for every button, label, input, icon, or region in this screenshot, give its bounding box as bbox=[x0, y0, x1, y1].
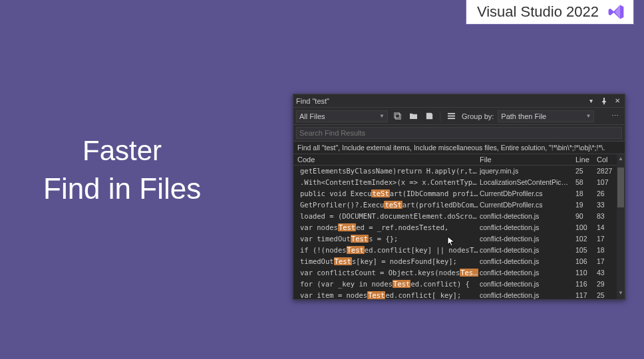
results-area: Code File Line Col getElementsByClassNam… bbox=[293, 154, 625, 299]
result-file: conflict-detection.js bbox=[480, 223, 575, 233]
result-row[interactable]: var nodesTested = _ref.nodesTested,confl… bbox=[293, 222, 625, 233]
result-file: CurrentDbProfiler.cs bbox=[480, 189, 575, 199]
result-line: 110 bbox=[575, 268, 597, 278]
result-line: 105 bbox=[575, 245, 597, 255]
scroll-down-icon[interactable]: ▼ bbox=[617, 290, 625, 298]
result-code: getElementsByClassName)return H.apply(r,… bbox=[297, 166, 480, 176]
result-line: 25 bbox=[575, 166, 597, 176]
files-filter-value: All Files bbox=[299, 112, 325, 120]
result-line: 58 bbox=[575, 178, 597, 187]
result-file: CurrentDbProfiler.cs bbox=[480, 200, 575, 210]
result-file: conflict-detection.js bbox=[480, 257, 575, 267]
result-file: jquery.min.js bbox=[480, 166, 575, 176]
result-row[interactable]: var conflictsCount = Object.keys(nodesTe… bbox=[293, 267, 625, 279]
results-summary: Find all "test", Include external items,… bbox=[293, 142, 625, 154]
scroll-up-icon[interactable]: ▲ bbox=[617, 156, 625, 164]
result-line: 100 bbox=[575, 223, 597, 233]
list-view-icon[interactable] bbox=[444, 110, 458, 122]
files-filter-dropdown[interactable]: All Files ▼ bbox=[296, 110, 388, 122]
results-body: getElementsByClassName)return H.apply(r,… bbox=[293, 166, 625, 299]
result-code: public void ExecuteStart(IDbCommand prof… bbox=[297, 189, 480, 199]
open-folder-icon[interactable] bbox=[406, 110, 420, 122]
result-code: var nodesTested = _ref.nodesTested, bbox=[297, 223, 480, 233]
group-by-label: Group by: bbox=[460, 112, 495, 120]
result-file: LocalizationSetContentPic… bbox=[480, 178, 575, 187]
result-line: 102 bbox=[575, 234, 597, 244]
result-file: conflict-detection.js bbox=[480, 268, 575, 278]
overflow-menu-icon[interactable]: ⋯ bbox=[609, 112, 622, 120]
result-row[interactable]: timedOutTests[key] = nodesFound[key];con… bbox=[293, 256, 625, 267]
result-file: conflict-detection.js bbox=[480, 234, 575, 244]
copy-icon[interactable] bbox=[391, 110, 404, 122]
result-code: var item = nodesTested.conflict[_key]; bbox=[297, 291, 480, 299]
vs-badge: Visual Studio 2022 bbox=[466, 0, 634, 25]
result-line: 90 bbox=[575, 211, 597, 221]
result-code: for (var _key in nodesTested.conflict) { bbox=[297, 279, 480, 289]
col-header-code[interactable]: Code bbox=[297, 156, 480, 164]
result-file: conflict-detection.js bbox=[480, 291, 575, 299]
window-menu-icon[interactable]: ▾ bbox=[586, 96, 595, 106]
slogan: Faster Find in Files bbox=[43, 133, 201, 207]
result-code: loaded = (DOCUMENT.documentElement.doScr… bbox=[297, 211, 480, 221]
result-file: conflict-detection.js bbox=[480, 245, 575, 255]
result-code: var timedOutTests = {}; bbox=[297, 234, 480, 244]
slogan-line-1: Faster bbox=[43, 133, 201, 170]
result-code: timedOutTests[key] = nodesFound[key]; bbox=[297, 257, 480, 267]
search-row bbox=[293, 125, 625, 142]
svg-rect-3 bbox=[448, 116, 455, 117]
result-line: 19 bbox=[575, 200, 597, 210]
result-row[interactable]: if (!(nodesTested.conflict[key] || nodes… bbox=[293, 245, 625, 256]
svg-rect-1 bbox=[395, 114, 400, 119]
scroll-thumb[interactable] bbox=[617, 168, 624, 207]
group-by-value: Path then File bbox=[501, 112, 546, 120]
svg-rect-0 bbox=[394, 113, 399, 118]
toolbar-separator bbox=[440, 111, 440, 122]
result-line: 18 bbox=[575, 189, 597, 199]
col-header-file[interactable]: File bbox=[480, 156, 575, 164]
result-row[interactable]: loaded = (DOCUMENT.documentElement.doScr… bbox=[293, 211, 625, 222]
result-line: 117 bbox=[575, 291, 597, 299]
result-row[interactable]: getElementsByClassName)return H.apply(r,… bbox=[293, 166, 625, 177]
result-line: 116 bbox=[575, 279, 597, 289]
save-icon[interactable] bbox=[422, 110, 436, 122]
chevron-down-icon: ▼ bbox=[379, 113, 385, 119]
result-row[interactable]: .With<ContentItemIndex>(x => x.ContentTy… bbox=[293, 177, 625, 188]
toolbar: All Files ▼ Group by: Path then File ▼ ⋯ bbox=[293, 108, 625, 125]
visual-studio-logo-icon bbox=[607, 3, 625, 21]
svg-rect-2 bbox=[448, 113, 455, 114]
scrollbar[interactable]: ▲ ▼ bbox=[617, 154, 625, 299]
result-row[interactable]: var item = nodesTested.conflict[_key];co… bbox=[293, 290, 625, 299]
result-code: GetProfiler()?.ExecuteStart(profiledDbCo… bbox=[297, 200, 480, 210]
result-code: .With<ContentItemIndex>(x => x.ContentTy… bbox=[297, 178, 480, 187]
panel-titlebar[interactable]: Find "test" ▾ ✕ bbox=[293, 94, 625, 108]
result-code: var conflictsCount = Object.keys(nodesTe… bbox=[297, 268, 480, 278]
result-file: conflict-detection.js bbox=[480, 279, 575, 289]
result-row[interactable]: var timedOutTests = {};conflict-detectio… bbox=[293, 233, 625, 245]
find-results-panel: Find "test" ▾ ✕ All Files ▼ Group by: bbox=[293, 94, 625, 300]
vs-badge-text: Visual Studio 2022 bbox=[477, 3, 599, 21]
search-find-results-input[interactable] bbox=[296, 127, 622, 139]
results-header[interactable]: Code File Line Col bbox=[293, 154, 625, 166]
result-row[interactable]: GetProfiler()?.ExecuteStart(profiledDbCo… bbox=[293, 199, 625, 211]
chevron-down-icon: ▼ bbox=[585, 113, 591, 119]
pin-icon[interactable] bbox=[599, 96, 609, 106]
close-icon[interactable]: ✕ bbox=[613, 96, 622, 106]
col-header-line[interactable]: Line bbox=[575, 156, 597, 164]
group-by-dropdown[interactable]: Path then File ▼ bbox=[498, 110, 594, 122]
result-row[interactable]: public void ExecuteStart(IDbCommand prof… bbox=[293, 188, 625, 199]
result-row[interactable]: for (var _key in nodesTested.conflict) {… bbox=[293, 279, 625, 290]
svg-rect-4 bbox=[448, 118, 455, 119]
panel-title: Find "test" bbox=[296, 97, 586, 105]
slogan-line-2: Find in Files bbox=[43, 170, 201, 207]
result-file: conflict-detection.js bbox=[480, 211, 575, 221]
result-code: if (!(nodesTested.conflict[key] || nodes… bbox=[297, 245, 480, 255]
result-line: 106 bbox=[575, 257, 597, 267]
